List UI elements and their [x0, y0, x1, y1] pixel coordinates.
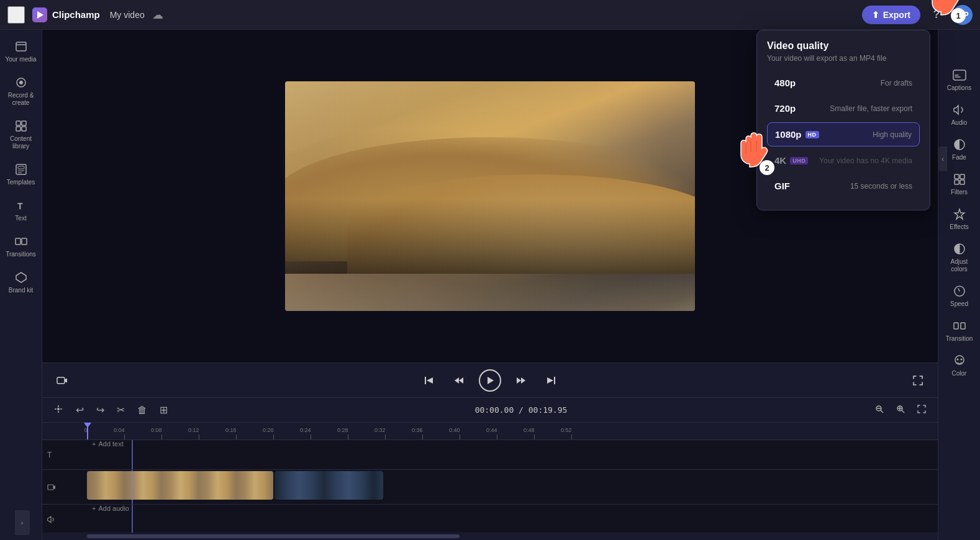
project-title[interactable]: My video [110, 10, 145, 20]
sidebar-item-text[interactable]: T Text [2, 194, 40, 227]
rs-item-effects[interactable]: Effects [941, 202, 978, 236]
zoom-out-button[interactable] [871, 402, 888, 419]
timeline-move-tool[interactable] [50, 402, 67, 419]
timeline-cut-button[interactable]: ✂ [113, 402, 129, 418]
timeline-add-button[interactable]: ⊞ [156, 402, 171, 418]
uhd-badge: UHD [790, 157, 808, 164]
sidebar-collapse-button[interactable]: › [15, 510, 30, 535]
camera-button[interactable] [52, 371, 72, 390]
rs-item-fade[interactable]: Fade [941, 133, 978, 166]
rewind-button[interactable] [449, 371, 469, 390]
record-create-icon [14, 76, 28, 89]
svg-text:T: T [17, 201, 23, 211]
timeline-undo-button[interactable]: ↩ [72, 402, 88, 418]
rs-item-color[interactable]: Color [941, 349, 978, 382]
quality-gif[interactable]: GIF 15 seconds or less [767, 174, 920, 197]
dune-layer-2 [347, 174, 695, 274]
video-track-content[interactable] [87, 470, 938, 504]
scrollbar-thumb[interactable] [87, 534, 460, 538]
sidebar-item-brand-kit[interactable]: Brand kit [2, 266, 40, 299]
svg-marker-33 [517, 377, 521, 384]
svg-rect-48 [955, 174, 959, 179]
quality-4k-label: 4K UHD [774, 155, 808, 166]
quality-480p-label: 480p [774, 78, 796, 88]
quality-gif-text: GIF [774, 181, 790, 191]
hd-badge: HD [805, 131, 819, 138]
rs-item-speed[interactable]: Speed [941, 279, 978, 313]
app-name: Clipchamp [52, 9, 100, 20]
ruler-label: 0:52 [561, 427, 572, 433]
export-label: Export [883, 10, 910, 20]
quality-480p[interactable]: 480p For drafts [767, 71, 920, 94]
menu-button[interactable] [7, 6, 25, 24]
quality-720p-text: 720p [774, 103, 796, 114]
text-track: T + Add text [42, 440, 938, 470]
fullscreen-button[interactable] [908, 371, 928, 390]
svg-marker-31 [459, 377, 463, 384]
audio-track-label [42, 515, 87, 524]
audio-track-content[interactable]: + Add audio [87, 505, 938, 533]
rs-label-fade: Fade [952, 154, 966, 161]
rs-item-audio[interactable]: Audio [941, 98, 978, 132]
video-clip-2[interactable] [274, 471, 383, 500]
fade-icon [953, 138, 966, 151]
transitions-icon [14, 235, 28, 248]
ruler-label: 0:40 [449, 427, 460, 433]
svg-point-56 [955, 356, 964, 364]
svg-point-57 [956, 359, 958, 361]
sidebar-item-content-library[interactable]: Content library [2, 114, 40, 155]
collapse-icon: › [21, 520, 23, 526]
timeline-redo-button[interactable]: ↪ [93, 402, 108, 418]
svg-rect-55 [961, 323, 965, 329]
logo-area[interactable]: Clipchamp [32, 7, 100, 22]
quality-720p[interactable]: 720p Smaller file, faster export [767, 97, 920, 120]
play-button[interactable] [479, 369, 501, 392]
ruler-line [460, 434, 460, 439]
ruler-line [385, 434, 386, 439]
svg-point-14 [19, 81, 23, 84]
sidebar-label-transitions: Transitions [6, 251, 36, 258]
rs-item-filters[interactable]: Filters [941, 168, 978, 201]
ruler-mark-4: 0:16 [236, 434, 237, 439]
fast-forward-button[interactable] [511, 371, 531, 390]
export-button[interactable]: ⬆ Export [862, 6, 920, 24]
avatar-initials: CP [956, 10, 968, 20]
skip-forward-button[interactable] [541, 371, 561, 390]
svg-rect-54 [954, 323, 958, 329]
quality-4k[interactable]: 4K UHD Your video has no 4K media [767, 149, 920, 172]
sidebar-label-brand-kit: Brand kit [9, 287, 33, 294]
sidebar-item-record-create[interactable]: Record & create [2, 71, 40, 112]
svg-rect-51 [960, 180, 964, 184]
speed-icon [953, 284, 966, 298]
text-track-content[interactable]: + Add text [87, 440, 938, 469]
add-text-button[interactable]: + Add text [92, 440, 124, 448]
quality-gif-label: GIF [774, 181, 790, 191]
add-audio-button[interactable]: + Add audio [92, 505, 129, 512]
audio-track-playhead [132, 505, 133, 533]
rs-item-adjust-colors[interactable]: Adjust colors [941, 237, 978, 278]
sidebar-label-text: Text [15, 215, 26, 222]
help-button[interactable]: ? [927, 5, 946, 25]
zoom-in-button[interactable] [892, 402, 909, 419]
sidebar-item-your-media[interactable]: Your media [2, 35, 40, 68]
skip-back-button[interactable] [419, 371, 439, 390]
rs-item-transition[interactable]: Transition [941, 314, 978, 348]
playhead[interactable] [87, 423, 88, 439]
fit-timeline-button[interactable] [913, 402, 930, 419]
timeline-delete-button[interactable]: 🗑 [134, 402, 151, 418]
quality-1080p[interactable]: 1080p HD High quality [767, 122, 920, 146]
avatar-button[interactable]: CP [953, 5, 973, 25]
video-clip-1[interactable] [87, 471, 273, 500]
add-text-label: Add text [98, 440, 123, 448]
sidebar-label-content-library: Content library [5, 135, 37, 150]
sidebar-item-transitions[interactable]: Transitions [2, 230, 40, 263]
logo-icon [32, 7, 47, 22]
ruler-line [161, 434, 162, 439]
ruler-mark-6: 0:24 [311, 434, 311, 439]
svg-point-37 [57, 408, 60, 410]
svg-marker-36 [547, 377, 553, 384]
rs-item-captions[interactable]: Captions [941, 63, 978, 97]
fog-layer [285, 236, 695, 311]
sidebar-item-templates[interactable]: Templates [2, 158, 40, 191]
time-separator: / [519, 405, 529, 415]
